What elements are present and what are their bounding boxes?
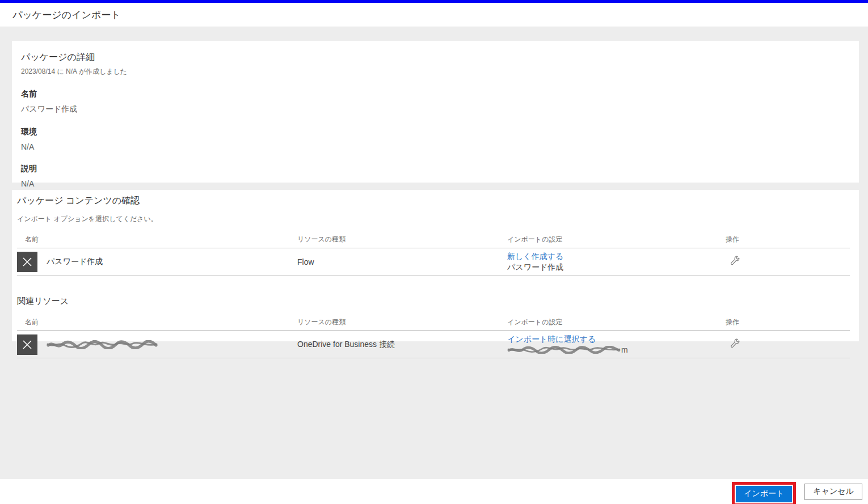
table-row-flow: パスワード作成 Flow 新しく作成する パスワード作成: [17, 248, 850, 276]
row-resource-type: OneDrive for Business 接続: [297, 340, 507, 350]
import-setup-link[interactable]: 新しく作成する: [507, 251, 563, 261]
page-header: パッケージのインポート: [0, 3, 868, 27]
row-action-cell: [720, 256, 850, 268]
row-action-cell: [720, 338, 850, 350]
footer-bar: インポート キャンセル: [0, 479, 868, 504]
page-title: パッケージのインポート: [12, 9, 121, 22]
x-tile-icon: [17, 252, 37, 272]
related-resources-table: 名前 リソースの種類 インポートの設定 操作: [17, 317, 850, 358]
import-setup-link[interactable]: インポート時に選択する: [507, 334, 596, 344]
table-row-connection: OneDrive for Business 接続 インポート時に選択する m: [17, 331, 850, 358]
package-contents-card: パッケージ コンテンツの確認 インポート オプションを選択してください。 名前 …: [12, 190, 859, 341]
related-table-header: 名前 リソースの種類 インポートの設定 操作: [17, 317, 850, 331]
field-description-value: N/A: [21, 179, 850, 188]
redacted-connection-line: m: [507, 345, 720, 355]
row-name-text: パスワード作成: [47, 257, 103, 267]
redacted-suffix: m: [621, 345, 628, 355]
import-setup-value: パスワード作成: [507, 262, 720, 272]
redacted-email-scribble: [507, 346, 621, 354]
row-import-setup-cell: インポート時に選択する m: [507, 334, 720, 354]
red-annotation-highlight: インポート: [732, 482, 796, 504]
package-created-meta: 2023/08/14 に N/A が作成しました: [21, 67, 850, 77]
package-details-heading: パッケージの詳細: [21, 52, 850, 63]
col-action: 操作: [720, 317, 850, 327]
wrench-icon[interactable]: [730, 256, 740, 265]
row-resource-type: Flow: [297, 257, 507, 266]
redacted-email-scribble: [47, 340, 158, 349]
row-import-setup-cell: 新しく作成する パスワード作成: [507, 251, 720, 272]
field-description-label: 説明: [21, 164, 850, 174]
package-details-card: パッケージの詳細 2023/08/14 に N/A が作成しました 名前 パスワ…: [12, 41, 859, 183]
related-resources-heading: 関連リソース: [17, 296, 850, 307]
col-name: 名前: [17, 235, 297, 244]
row-name-cell: パスワード作成: [17, 252, 297, 272]
contents-table-header: 名前 リソースの種類 インポートの設定 操作: [17, 235, 850, 248]
col-resource-type: リソースの種類: [297, 317, 507, 327]
x-tile-icon: [17, 334, 37, 355]
row-name-cell: [17, 334, 297, 355]
contents-table: 名前 リソースの種類 インポートの設定 操作 パスワード作成 Flow 新しく作…: [17, 235, 850, 276]
import-options-subtitle: インポート オプションを選択してください。: [17, 214, 850, 224]
field-name: 名前 パスワード作成: [21, 89, 850, 115]
col-resource-type: リソースの種類: [297, 235, 507, 244]
col-name: 名前: [17, 317, 297, 327]
page-content: パッケージの詳細 2023/08/14 に N/A が作成しました 名前 パスワ…: [0, 27, 868, 479]
cancel-button[interactable]: キャンセル: [804, 484, 862, 500]
col-import-setup: インポートの設定: [507, 235, 720, 244]
field-name-label: 名前: [21, 89, 850, 99]
col-import-setup: インポートの設定: [507, 317, 720, 327]
col-action: 操作: [720, 235, 850, 244]
field-description: 説明 N/A: [21, 164, 850, 188]
field-environment-label: 環境: [21, 127, 850, 137]
field-environment: 環境 N/A: [21, 127, 850, 151]
field-name-value: パスワード作成: [21, 104, 850, 115]
field-environment-value: N/A: [21, 142, 850, 151]
import-button[interactable]: インポート: [736, 486, 792, 502]
package-contents-heading: パッケージ コンテンツの確認: [17, 195, 850, 207]
wrench-icon[interactable]: [730, 338, 740, 348]
